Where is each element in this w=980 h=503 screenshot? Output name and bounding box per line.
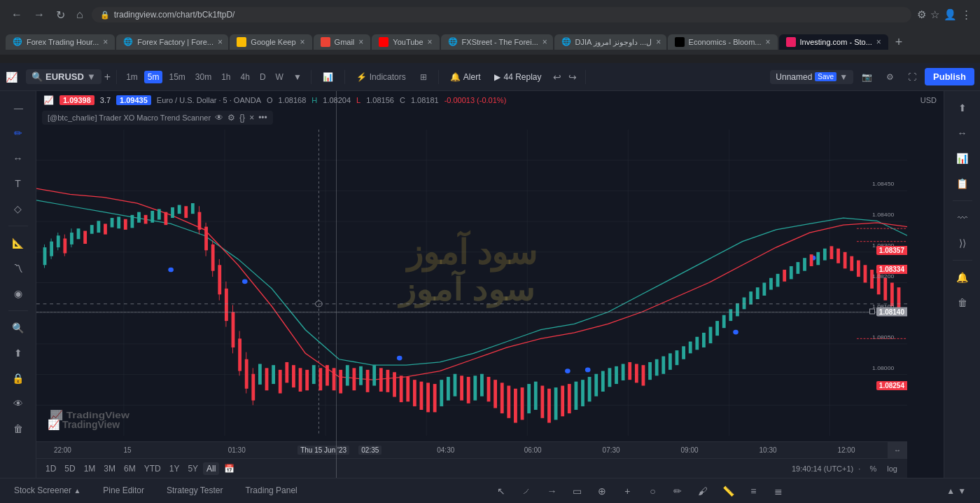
forward-button[interactable]: → [31, 7, 48, 22]
right-data-window[interactable]: 📋 [951, 172, 974, 195]
symbol-selector[interactable]: 🔍 EURUSD ▼ [26, 69, 102, 84]
unnamed-button[interactable]: Unnamed Save ▼ [770, 70, 853, 84]
tab-close-google-keep[interactable]: × [300, 37, 305, 47]
time-axis-expand[interactable]: ↔ [888, 442, 907, 458]
tab-stock-screener[interactable]: Stock Screener ▲ [8, 483, 86, 499]
tf-1m[interactable]: 1m [122, 71, 141, 83]
address-bar[interactable]: 🔒 tradingview.com/chart/bCk1ftpD/ [92, 7, 911, 22]
fullscreen-button[interactable]: ⛶ [902, 70, 922, 84]
tab-close-gmail[interactable]: × [358, 37, 363, 47]
new-tab-button[interactable]: + [890, 35, 909, 50]
zoom-tool[interactable]: 🔍 [7, 317, 29, 339]
menu-icon[interactable]: ⋮ [961, 8, 972, 21]
indicator-more-icon[interactable]: ••• [258, 113, 267, 123]
tab-strategy-tester[interactable]: Strategy Tester [161, 483, 228, 499]
tf-15m[interactable]: 15m [165, 71, 188, 83]
tf-5m[interactable]: 5m [144, 71, 163, 83]
tab-investing[interactable]: Investing.com - Sto... × [779, 34, 888, 50]
period-all[interactable]: All [203, 462, 219, 475]
draw-triple-line[interactable]: ≣ [769, 481, 788, 501]
tf-d[interactable]: D [256, 71, 270, 83]
tf-more[interactable]: ▼ [290, 71, 305, 83]
tab-youtube[interactable]: YouTube × [372, 34, 439, 50]
tf-1h[interactable]: 1h [218, 71, 234, 83]
replay-button[interactable]: ▶ 44 Replay [489, 70, 547, 84]
period-1d[interactable]: 1D [42, 462, 59, 475]
draw-cross[interactable]: + [617, 481, 637, 501]
add-symbol-button[interactable]: + [104, 71, 111, 83]
log-button[interactable]: log [883, 463, 902, 474]
shapes-tool[interactable]: ◇ [7, 198, 29, 220]
profile-icon[interactable]: 👤 [944, 8, 957, 21]
tab-bloomberg[interactable]: Economics - Bloom... × [668, 34, 778, 50]
indicators-button[interactable]: ⚡ Indicators [351, 70, 412, 84]
period-6m[interactable]: 6M [120, 462, 139, 475]
tab-close-forex-hours[interactable]: × [103, 37, 108, 47]
indicator-close-icon[interactable]: × [249, 113, 254, 123]
tab-close-investing[interactable]: × [876, 37, 881, 47]
tab-close-youtube[interactable]: × [428, 37, 433, 47]
indicator-code-icon[interactable]: {} [239, 113, 245, 123]
horizontal-line-tool[interactable]: ↔ [7, 147, 29, 170]
right-expand[interactable]: ⟩⟩ [951, 232, 974, 254]
tab-gmail[interactable]: Gmail × [314, 34, 371, 50]
right-alerts[interactable]: 🔔 [951, 266, 974, 289]
right-oscillator[interactable]: 〰 [951, 207, 974, 229]
draw-parallel[interactable]: ≡ [743, 481, 763, 501]
reload-button[interactable]: ↻ [53, 7, 68, 23]
draw-pointer[interactable]: ↖ [491, 481, 511, 501]
bottom-panel-up[interactable]: ▲ [946, 486, 955, 496]
period-ytd[interactable]: YTD [141, 462, 164, 475]
draw-brush[interactable]: 🖌 [693, 481, 713, 501]
projection-tool[interactable]: 📐 [7, 232, 29, 254]
draw-rect[interactable]: ▭ [567, 481, 587, 501]
bookmark-icon[interactable]: ☆ [930, 8, 939, 21]
period-1y[interactable]: 1Y [166, 462, 183, 475]
alert-button[interactable]: 🔔 Alert [444, 70, 486, 84]
period-5d[interactable]: 5D [61, 462, 78, 475]
tab-close-fxstreet[interactable]: × [542, 37, 547, 47]
tab-close-bloomberg[interactable]: × [766, 37, 771, 47]
eye-tool[interactable]: 👁 [7, 392, 29, 415]
tab-fxstreet[interactable]: 🌐 FXStreet - The Forei... × [441, 34, 553, 50]
draw-line[interactable]: ⟋ [517, 481, 536, 501]
tab-forex-factory[interactable]: 🌐 Forex Factory | Fore... × [116, 34, 228, 50]
magnet-tool[interactable]: ⬆ [7, 342, 29, 364]
right-delete[interactable]: 🗑 [951, 291, 974, 314]
tab-forex-hours[interactable]: 🌐 Forex Trading Hour... × [6, 34, 115, 50]
lock-tool[interactable]: 🔒 [7, 367, 29, 390]
period-5y[interactable]: 5Y [184, 462, 202, 475]
bottom-panel-down[interactable]: ▼ [958, 486, 966, 496]
text-tool[interactable]: T [7, 172, 29, 195]
draw-arrow[interactable]: → [542, 481, 561, 501]
tab-close-forex-factory[interactable]: × [218, 37, 223, 47]
tf-30m[interactable]: 30m [192, 71, 215, 83]
tab-trading-panel[interactable]: Trading Panel [239, 483, 302, 499]
tab-djia[interactable]: 🌐 DJIA ل... داوجونز امروز × [554, 34, 666, 50]
period-3m[interactable]: 3M [100, 462, 119, 475]
undo-button[interactable]: ↩ [550, 70, 564, 84]
settings-button[interactable]: ⚙ [881, 70, 899, 84]
right-panel-toggle[interactable]: ⬆ [951, 97, 974, 119]
back-button[interactable]: ← [8, 7, 25, 22]
publish-button[interactable]: Publish [925, 68, 974, 85]
snapshot-button[interactable]: 📷 [856, 70, 878, 84]
tf-w[interactable]: W [272, 71, 287, 83]
draw-crosshair-extend[interactable]: ⊕ [592, 481, 612, 501]
tab-google-keep[interactable]: Google Keep × [230, 34, 312, 50]
fibonacci-tool[interactable]: 〽 [7, 257, 29, 280]
calendar-button[interactable]: 📅 [220, 462, 238, 475]
tab-pine-editor[interactable]: Pine Editor [97, 483, 150, 499]
pencil-tool[interactable]: ✏ [7, 122, 29, 144]
indicator-settings-icon[interactable]: ⚙ [227, 113, 235, 123]
period-1m[interactable]: 1M [80, 462, 99, 475]
chart-canvas[interactable]: 1.08450 1.08400 1.08300 1.08200 1.08100 … [36, 130, 907, 436]
indicator-eye-icon[interactable]: 👁 [215, 113, 223, 123]
delete-tool[interactable]: 🗑 [7, 418, 29, 440]
home-button[interactable]: ⌂ [74, 7, 86, 22]
cursor-tool[interactable]: ⸻ [7, 97, 29, 119]
tf-4h[interactable]: 4h [237, 71, 253, 83]
draw-measure[interactable]: 📏 [718, 481, 738, 501]
right-watchlist[interactable]: ↔ [951, 122, 974, 144]
bar-style-button[interactable]: 📊 [317, 70, 339, 84]
